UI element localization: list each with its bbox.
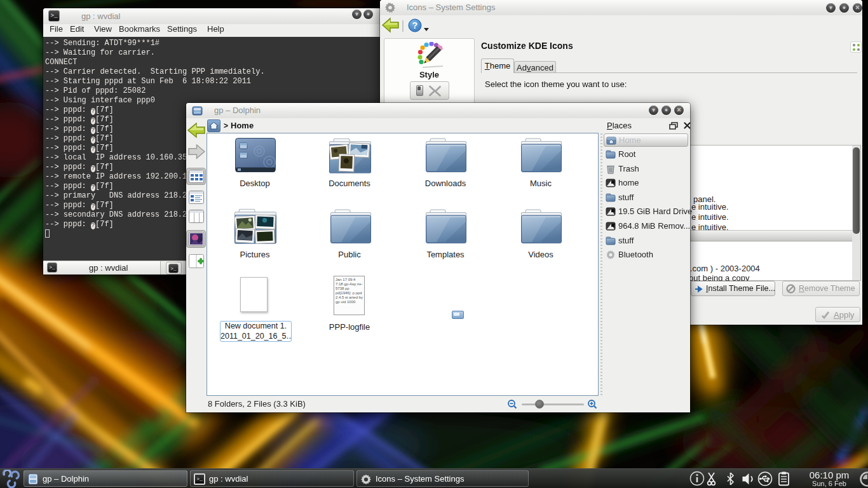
svg-text:?: ? (412, 20, 418, 30)
